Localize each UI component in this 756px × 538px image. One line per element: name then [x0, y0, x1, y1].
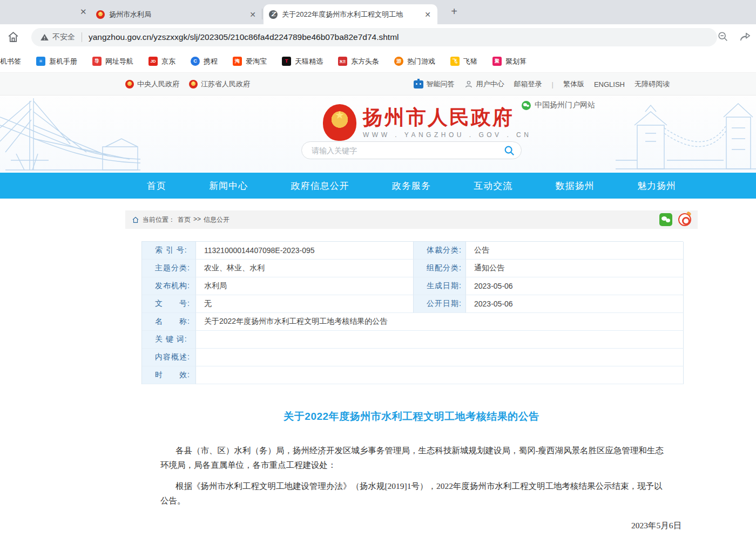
main-nav: 首页 新闻中心 政府信息公开 政务服务 互动交流 数据扬州 魅力扬州: [0, 173, 756, 199]
nav-item-data[interactable]: 数据扬州: [556, 180, 595, 192]
portal-link[interactable]: 中国扬州门户网站: [522, 100, 595, 110]
bookmark-item[interactable]: 导 网址导航: [87, 57, 138, 66]
smart-qa-link[interactable]: 智能问答: [414, 79, 455, 89]
bookmark-item[interactable]: 机书签: [0, 57, 26, 66]
address-divider: [82, 32, 82, 42]
breadcrumb: 当前位置： 首页 >> 信息公开: [125, 210, 698, 229]
mail-login-link[interactable]: 邮箱登录: [514, 79, 542, 89]
juhuasuan-icon: 聚: [492, 57, 502, 66]
accessibility-link[interactable]: 无障碍阅读: [634, 79, 670, 89]
nav-item-news[interactable]: 新闻中心: [209, 180, 248, 192]
nav-item-charm[interactable]: 魅力扬州: [637, 180, 676, 192]
bookmark-item[interactable]: JD 京东: [144, 57, 180, 66]
meta-label: 组配分类:: [414, 260, 466, 277]
ctrip-icon: C: [191, 57, 200, 66]
meta-label: 内容概述:: [142, 349, 196, 366]
close-icon[interactable]: ✕: [423, 10, 432, 19]
site-url-text: WWW . YANGZHOU . GOV . CN: [363, 131, 531, 139]
meta-label: 主题分类:: [142, 260, 196, 277]
meta-value: 公告: [466, 242, 684, 260]
tab-announcement-active[interactable]: 关于2022年度扬州市水利工程文明工地 ✕: [264, 4, 437, 24]
national-emblem-icon: [189, 80, 198, 88]
bridge-artwork-left: [0, 96, 146, 173]
zoom-out-icon[interactable]: [717, 31, 729, 43]
national-emblem-icon: [125, 80, 134, 88]
table-row: 内容概述:: [142, 349, 683, 366]
bookmark-item[interactable]: 淘 爱淘宝: [228, 57, 272, 66]
meta-label: 发布机构:: [142, 277, 196, 295]
table-row: 文 号: 无 公开日期: 2023-05-06: [142, 295, 683, 313]
table-row: 关 键 词:: [142, 331, 683, 349]
meta-value: [196, 331, 684, 349]
tab-shuiliju[interactable]: 扬州市水利局 ✕: [91, 4, 262, 24]
traditional-link[interactable]: 繁体版: [563, 79, 584, 89]
main-content: 当前位置： 首页 >> 信息公开 索 引 号: 1132100001440709…: [125, 210, 698, 538]
bookmark-item[interactable]: T 天猫精选: [277, 57, 328, 66]
nav-item-services[interactable]: 政务服务: [392, 180, 431, 192]
not-secure-warning-icon: [40, 33, 49, 42]
english-link[interactable]: ENGLISH: [594, 80, 625, 88]
table-row: 主题分类: 农业、林业、水利 组配分类: 通知公告: [142, 260, 683, 277]
new-tab-button[interactable]: +: [447, 5, 461, 18]
tab-title: 扬州市水利局: [109, 10, 244, 19]
meta-label: 索 引 号:: [142, 242, 196, 260]
meta-value: 2023-05-06: [466, 277, 684, 295]
bookmark-item[interactable]: 东方 东方头条: [333, 57, 384, 66]
url-text[interactable]: yangzhou.gov.cn/yzszxxgk/slj/202305/210c…: [89, 32, 399, 42]
meta-value: 无: [196, 295, 414, 313]
nav-item-home[interactable]: 首页: [147, 180, 166, 192]
bridge-artwork-right: [616, 96, 756, 173]
central-gov-link[interactable]: 中央人民政府: [125, 79, 179, 89]
browser-tab-bar: ✕ 扬州市水利局 ✕ 关于2022年度扬州市水利工程文明工地 ✕ +: [0, 0, 756, 24]
tmall-icon: T: [282, 57, 291, 66]
jd-icon: JD: [148, 57, 158, 66]
meta-value: 通知公告: [466, 260, 684, 277]
meta-label: 生成日期:: [414, 277, 466, 295]
close-icon[interactable]: ✕: [248, 10, 257, 19]
site-logo[interactable]: 扬州市人民政府 WWW . YANGZHOU . GOV . CN: [323, 104, 531, 141]
nav-item-info-disclosure[interactable]: 政府信息公开: [291, 180, 349, 192]
browser-logo-favicon: [269, 10, 278, 19]
jiangsu-gov-link[interactable]: 江苏省人民政府: [189, 79, 250, 89]
address-bar[interactable]: 不安全 yangzhou.gov.cn/yzszxxgk/slj/202305/…: [31, 28, 717, 46]
breadcrumb-section-link[interactable]: 信息公开: [204, 215, 230, 224]
meta-value: 2023-05-06: [466, 295, 684, 313]
meta-value: 关于2022年度扬州市水利工程文明工地考核结果的公告: [196, 313, 684, 331]
meta-label: 文 号:: [142, 295, 196, 313]
security-label[interactable]: 不安全: [52, 32, 75, 42]
utility-bar: 中央人民政府 江苏省人民政府 智能问答 用户中心 邮箱登录 |: [0, 73, 756, 96]
meta-label: 体裁分类:: [414, 242, 466, 260]
user-icon: [464, 80, 473, 88]
article-date: 2023年5月6日: [125, 520, 681, 532]
breadcrumb-home-link[interactable]: 首页: [178, 215, 191, 224]
meta-value: [196, 349, 684, 366]
wechat-share-icon[interactable]: [659, 213, 672, 226]
share-icon[interactable]: [739, 31, 752, 43]
bookmark-item[interactable]: 聚 聚划算: [488, 57, 531, 66]
article: 关于2022年度扬州市水利工程文明工地考核结果的公告 各县（市、区）水利（务）局…: [125, 410, 698, 538]
meta-label: 关 键 词:: [142, 331, 196, 349]
bookmark-item[interactable]: C 携程: [186, 57, 222, 66]
search-input[interactable]: [301, 141, 522, 159]
bookmark-item[interactable]: 飞 飞猪: [446, 57, 482, 66]
user-center-link[interactable]: 用户中心: [464, 79, 504, 89]
meta-label: 名 称:: [142, 313, 196, 331]
home-icon[interactable]: [6, 30, 20, 44]
nav-item-interaction[interactable]: 互动交流: [474, 180, 512, 192]
meta-label: 公开日期:: [414, 295, 466, 313]
table-row: 发布机构: 水利局 生成日期: 2023-05-06: [142, 277, 683, 295]
games-icon: 游: [394, 57, 403, 66]
document-meta-table: 索 引 号: 11321000014407098E-2023-095 体裁分类:…: [141, 241, 683, 384]
breadcrumb-home-icon: [132, 216, 139, 223]
portal-globe-icon: [522, 101, 531, 110]
search-icon[interactable]: [503, 145, 515, 156]
bookmarks-bar: 机书签 ≡ 新机手册 导 网址导航 JD 京东 C 携程 淘 爱淘宝 T 天猫精…: [0, 50, 756, 73]
meta-value: 农业、林业、水利: [196, 260, 414, 277]
robot-icon: [414, 80, 423, 88]
meta-value: [196, 366, 684, 384]
taobao-icon: 淘: [233, 57, 242, 66]
bookmark-item[interactable]: 游 热门游戏: [389, 57, 440, 66]
close-icon[interactable]: ✕: [80, 7, 87, 17]
bookmark-item[interactable]: ≡ 新机手册: [31, 57, 82, 66]
weibo-share-icon[interactable]: [678, 213, 691, 226]
